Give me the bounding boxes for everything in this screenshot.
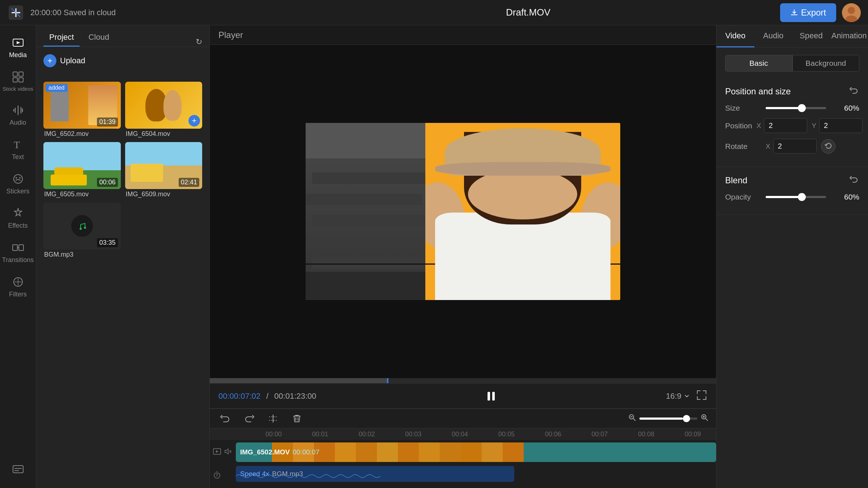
position-row: Position X Y	[725, 118, 859, 133]
player-area	[210, 45, 716, 378]
panel-tabs: Project Cloud ↻	[36, 25, 209, 47]
rotate-button[interactable]	[821, 139, 835, 154]
time-mark-7: 00:07	[576, 431, 623, 438]
tab-animation[interactable]: Animation	[830, 25, 868, 47]
media-duration-3: 00:06	[97, 178, 118, 187]
save-status: 20:00:00 Saved in cloud	[30, 8, 276, 17]
sidebar-label-text: Text	[12, 153, 24, 161]
pos-x-label: X	[757, 122, 761, 130]
sidebar-item-audio[interactable]: Audio	[0, 99, 36, 132]
sidebar-item-transitions[interactable]: Transitions	[0, 236, 36, 269]
video-track-row: IMG_6502.MOV 00:00:07	[210, 441, 716, 463]
rotate-x-group: X	[766, 139, 817, 154]
video-track-icon[interactable]	[213, 447, 221, 458]
time-current: 00:00:07:02	[218, 391, 260, 401]
tab-audio[interactable]: Audio	[754, 25, 792, 47]
time-mark-9: 00:09	[669, 431, 716, 438]
media-panel: Project Cloud ↻ + Upload	[36, 25, 210, 488]
refresh-button[interactable]: ↻	[196, 37, 202, 47]
badge-plus[interactable]: +	[188, 115, 200, 127]
svg-point-24	[84, 227, 86, 229]
app-logo[interactable]	[7, 4, 25, 21]
blend-header: Blend	[725, 174, 859, 186]
position-size-title: Position and size	[725, 86, 791, 97]
subtab-basic[interactable]: Basic	[725, 55, 792, 72]
position-size-section: Position and size Size 60% Position X	[716, 78, 868, 167]
subtab-background[interactable]: Background	[792, 55, 860, 72]
position-size-reset[interactable]	[849, 85, 859, 97]
timeline-tracks: IMG_6502.MOV 00:00:07	[210, 440, 716, 488]
right-subtabs: Basic Background	[725, 55, 859, 72]
list-item[interactable]: 02:41 IMG_6509.mov	[125, 142, 203, 198]
pos-y-input[interactable]	[819, 118, 863, 133]
svg-rect-17	[19, 245, 24, 251]
sidebar-item-stock[interactable]: Stock videos	[0, 65, 36, 97]
sidebar-item-effects[interactable]: Effects	[0, 202, 36, 235]
audio-mute-icon[interactable]	[224, 447, 233, 458]
rotate-x-input[interactable]	[773, 139, 817, 154]
size-slider[interactable]	[766, 107, 826, 109]
position-label: Position	[725, 121, 752, 130]
list-item[interactable]: added 01:39 IMG_6502.mov	[43, 82, 121, 138]
export-button[interactable]: Export	[780, 3, 836, 22]
list-item[interactable]: 03:35 BGM.mp3	[43, 202, 121, 258]
fullscreen-button[interactable]	[696, 389, 707, 403]
video-track[interactable]: IMG_6502.MOV 00:00:07	[236, 442, 716, 462]
opacity-slider[interactable]	[766, 196, 826, 198]
sidebar-item-captions[interactable]	[12, 458, 25, 481]
video-track-content[interactable]: IMG_6502.MOV 00:00:07	[236, 442, 716, 462]
zoom-out-button[interactable]	[628, 413, 637, 424]
redo-button[interactable]	[241, 410, 258, 427]
zoom-slider[interactable]	[639, 418, 697, 420]
tab-cloud[interactable]: Cloud	[82, 29, 115, 47]
svg-point-22	[76, 219, 89, 232]
sidebar-item-media[interactable]: Media	[0, 31, 36, 64]
aspect-ratio-selector[interactable]: 16:9	[666, 391, 690, 401]
tab-speed[interactable]: Speed	[792, 25, 830, 47]
sidebar-item-stickers[interactable]: Stickers	[0, 167, 36, 200]
pos-x-input[interactable]	[764, 118, 807, 133]
left-sidebar: Media Stock videos Audio T Text Stickers…	[0, 25, 36, 488]
position-size-header: Position and size	[725, 85, 859, 97]
player-video[interactable]	[306, 123, 620, 300]
split-button[interactable]	[265, 410, 281, 427]
audio-track-row: Speed 4x BGM.mp3	[210, 465, 716, 487]
svg-line-31	[633, 419, 635, 421]
timeline-section: 00:00 00:01 00:02 00:03 00:04 00:05 00:0…	[210, 408, 716, 488]
pause-button[interactable]	[482, 388, 500, 405]
player-header: Player	[210, 25, 716, 45]
list-item[interactable]: 00:06 IMG_6505.mov	[43, 142, 121, 198]
scrubber-progress	[210, 378, 387, 383]
rotate-x-label: X	[766, 142, 770, 150]
player-title: Player	[218, 30, 243, 40]
audio-track-content[interactable]: Speed 4x BGM.mp3	[236, 466, 716, 485]
delete-button[interactable]	[289, 410, 305, 427]
zoom-in-button[interactable]	[700, 413, 709, 424]
time-separator: /	[266, 391, 268, 401]
sidebar-label-media: Media	[9, 51, 27, 59]
tab-project[interactable]: Project	[43, 29, 80, 47]
time-mark-8: 00:08	[623, 431, 669, 438]
main-layout: Media Stock videos Audio T Text Stickers…	[0, 25, 868, 488]
tab-video[interactable]: Video	[716, 25, 754, 47]
sidebar-bottom	[12, 458, 25, 488]
sidebar-item-text[interactable]: T Text	[0, 133, 36, 166]
opacity-label: Opacity	[725, 193, 761, 201]
audio-track-icon[interactable]	[213, 470, 221, 481]
sidebar-item-filters[interactable]: Filters	[0, 270, 36, 303]
media-thumb-1: added 01:39	[43, 82, 121, 129]
blend-reset[interactable]	[849, 174, 859, 186]
upload-button[interactable]: + Upload	[43, 54, 85, 67]
center-area: Player	[210, 25, 716, 488]
right-tabs: Video Audio Speed Animation	[716, 25, 868, 48]
user-avatar[interactable]	[842, 3, 861, 22]
svg-rect-9	[19, 72, 23, 76]
undo-button[interactable]	[217, 410, 234, 427]
list-item[interactable]: + IMG_6504.mov	[125, 82, 203, 138]
project-title: Draft.MOV	[282, 7, 774, 18]
time-mark-6: 00:06	[530, 431, 576, 438]
audio-track[interactable]: Speed 4x BGM.mp3	[236, 466, 514, 482]
svg-point-5	[848, 7, 855, 14]
scrubber[interactable]	[210, 378, 716, 383]
media-label-1: IMG_6502.mov	[43, 130, 121, 138]
